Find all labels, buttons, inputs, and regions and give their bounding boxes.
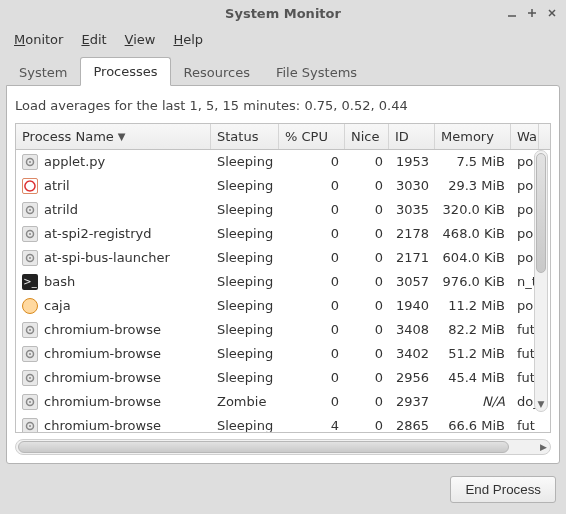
col-process-name[interactable]: Process Name ▼ <box>16 124 211 149</box>
load-averages: Load averages for the last 1, 5, 15 minu… <box>7 86 559 123</box>
end-process-button[interactable]: End Process <box>450 476 556 503</box>
tab-processes[interactable]: Processes <box>80 57 170 86</box>
cell-process-name: chromium-browse <box>16 391 211 413</box>
tab-resources[interactable]: Resources <box>171 58 263 86</box>
maximize-button[interactable] <box>524 5 540 21</box>
cell-process-name: atril <box>16 175 211 197</box>
tab-system[interactable]: System <box>6 58 80 86</box>
svg-point-12 <box>29 257 31 259</box>
cell-process-name: chromium-browse <box>16 415 211 433</box>
process-name: chromium-browse <box>44 346 161 361</box>
cell-cpu: 0 <box>279 319 345 340</box>
cell-id: 2178 <box>389 223 435 244</box>
cell-cpu: 0 <box>279 271 345 292</box>
cell-id: 1940 <box>389 295 435 316</box>
process-name: atrild <box>44 202 78 217</box>
cell-memory: 82.2 MiB <box>435 319 511 340</box>
col-id[interactable]: ID <box>389 124 435 149</box>
scroll-down-icon[interactable]: ▼ <box>535 399 547 409</box>
cell-memory: 468.0 KiB <box>435 223 511 244</box>
menu-view[interactable]: View <box>117 29 164 50</box>
cell-nice: 0 <box>345 223 389 244</box>
cell-nice: 0 <box>345 367 389 388</box>
process-name: caja <box>44 298 71 313</box>
col-status[interactable]: Status <box>211 124 279 149</box>
cell-cpu: 4 <box>279 415 345 432</box>
cell-process-name: chromium-browse <box>16 343 211 365</box>
cell-id: 3408 <box>389 319 435 340</box>
cell-status: Sleeping <box>211 247 279 268</box>
svg-point-8 <box>29 209 31 211</box>
scroll-thumb[interactable] <box>536 153 546 273</box>
cell-status: Sleeping <box>211 415 279 432</box>
cell-memory: 45.4 MiB <box>435 367 511 388</box>
cell-status: Sleeping <box>211 199 279 220</box>
svg-point-16 <box>29 353 31 355</box>
col-nice[interactable]: Nice <box>345 124 389 149</box>
process-name: chromium-browse <box>44 322 161 337</box>
table-row[interactable]: at-spi-bus-launcherSleeping002171604.0 K… <box>16 246 550 270</box>
close-button[interactable] <box>544 5 560 21</box>
table-row[interactable]: chromium-browseSleeping00340882.2 MiBfut <box>16 318 550 342</box>
table-row[interactable]: applet.pySleeping0019537.5 MiBpol <box>16 150 550 174</box>
process-icon <box>22 322 38 338</box>
minimize-button[interactable] <box>504 5 520 21</box>
window-controls <box>504 0 560 26</box>
table-body[interactable]: applet.pySleeping0019537.5 MiBpolatrilSl… <box>16 150 550 432</box>
table-row[interactable]: at-spi2-registrydSleeping002178468.0 KiB… <box>16 222 550 246</box>
cell-memory: 11.2 MiB <box>435 295 511 316</box>
table-row[interactable]: atrilSleeping00303029.3 MiBpol <box>16 174 550 198</box>
cell-status: Sleeping <box>211 223 279 244</box>
process-name: chromium-browse <box>44 370 161 385</box>
col-cpu[interactable]: % CPU <box>279 124 345 149</box>
table-row[interactable]: cajaSleeping00194011.2 MiBpol <box>16 294 550 318</box>
process-name: atril <box>44 178 70 193</box>
cell-nice: 0 <box>345 247 389 268</box>
cell-memory: 976.0 KiB <box>435 271 511 292</box>
menu-monitor[interactable]: Monitor <box>6 29 71 50</box>
titlebar: System Monitor <box>0 0 566 26</box>
cell-nice: 0 <box>345 175 389 196</box>
process-table: Process Name ▼ Status % CPU Nice ID Memo… <box>15 123 551 433</box>
cell-nice: 0 <box>345 199 389 220</box>
cell-memory: 7.5 MiB <box>435 151 511 172</box>
cell-process-name: >_bash <box>16 271 211 293</box>
cell-cpu: 0 <box>279 223 345 244</box>
cell-nice: 0 <box>345 271 389 292</box>
cell-status: Sleeping <box>211 271 279 292</box>
process-icon <box>22 226 38 242</box>
cell-nice: 0 <box>345 391 389 412</box>
cell-nice: 0 <box>345 343 389 364</box>
table-row[interactable]: chromium-browseZombie002937N/Ado_ <box>16 390 550 414</box>
process-name: chromium-browse <box>44 394 161 409</box>
cell-cpu: 0 <box>279 295 345 316</box>
cell-memory: 51.2 MiB <box>435 343 511 364</box>
cell-status: Sleeping <box>211 295 279 316</box>
scroll-right-icon[interactable]: ▶ <box>540 440 547 454</box>
horizontal-scrollbar[interactable]: ▶ <box>15 439 551 455</box>
col-memory[interactable]: Memory <box>435 124 511 149</box>
tab-filesystems[interactable]: File Systems <box>263 58 370 86</box>
scroll-thumb[interactable] <box>18 441 509 453</box>
vertical-scrollbar[interactable]: ▼ <box>534 150 548 412</box>
svg-point-22 <box>29 425 31 427</box>
menu-help[interactable]: Help <box>165 29 211 50</box>
process-name: at-spi-bus-launcher <box>44 250 170 265</box>
cell-nice: 0 <box>345 151 389 172</box>
cell-process-name: chromium-browse <box>16 319 211 341</box>
table-row[interactable]: chromium-browseSleeping00340251.2 MiBfut <box>16 342 550 366</box>
table-row[interactable]: >_bashSleeping003057976.0 KiBn_t <box>16 270 550 294</box>
menubar: Monitor Edit View Help <box>0 26 566 52</box>
cell-process-name: caja <box>16 295 211 317</box>
col-waiting[interactable]: Wa <box>511 124 539 149</box>
table-header: Process Name ▼ Status % CPU Nice ID Memo… <box>16 124 550 150</box>
cell-status: Zombie <box>211 391 279 412</box>
table-row[interactable]: chromium-browseSleeping00295645.4 MiBfut <box>16 366 550 390</box>
cell-status: Sleeping <box>211 151 279 172</box>
cell-cpu: 0 <box>279 247 345 268</box>
table-row[interactable]: chromium-browseSleeping40286566.6 MiBfut <box>16 414 550 432</box>
menu-edit[interactable]: Edit <box>73 29 114 50</box>
process-name: applet.py <box>44 154 105 169</box>
table-row[interactable]: atrildSleeping003035320.0 KiBpol <box>16 198 550 222</box>
cell-memory: 604.0 KiB <box>435 247 511 268</box>
